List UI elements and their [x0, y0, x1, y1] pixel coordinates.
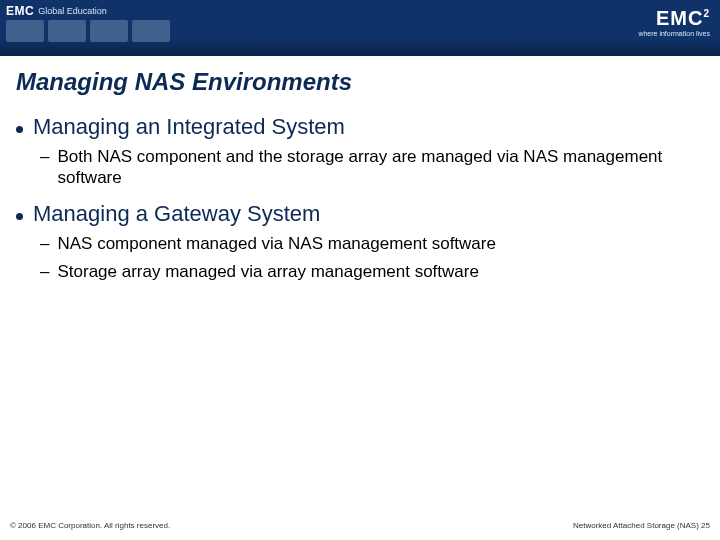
- map-fragment: [48, 20, 86, 42]
- copyright-text: © 2006 EMC Corporation. All rights reser…: [10, 521, 170, 530]
- emc-logo-exponent: 2: [703, 8, 710, 19]
- page-label: Networked Attached Storage (NAS): [573, 521, 699, 530]
- slide-content: Managing an Integrated System – Both NAS…: [0, 102, 720, 521]
- bullet-text: Managing an Integrated System: [33, 114, 345, 140]
- slide: EMC Global Education EMC2 where informat…: [0, 0, 720, 540]
- footer: © 2006 EMC Corporation. All rights reser…: [0, 521, 720, 540]
- header-right: EMC2 where information lives: [638, 0, 720, 37]
- slide-title: Managing NAS Environments: [0, 56, 720, 102]
- bullet-level1: Managing a Gateway System: [16, 201, 704, 227]
- map-fragment: [6, 20, 44, 42]
- page-number: 25: [701, 521, 710, 530]
- bullet-text: Managing a Gateway System: [33, 201, 320, 227]
- global-ed-branding: EMC Global Education: [6, 4, 170, 18]
- bullet-dot-icon: [16, 213, 23, 220]
- subbullet-text: Both NAS component and the storage array…: [57, 146, 704, 189]
- tagline: where information lives: [638, 30, 710, 37]
- world-map-decoration: [6, 20, 170, 42]
- global-education-label: Global Education: [38, 6, 107, 16]
- emc-logo-text: EMC: [656, 7, 703, 29]
- bullet-level2: – NAS component managed via NAS manageme…: [16, 233, 704, 255]
- subbullet-text: Storage array managed via array manageme…: [57, 261, 478, 282]
- bullet-level2: – Storage array managed via array manage…: [16, 261, 704, 283]
- header-left: EMC Global Education: [0, 0, 170, 42]
- map-fragment: [90, 20, 128, 42]
- dash-icon: –: [40, 146, 49, 168]
- emc-logo-small: EMC: [6, 4, 34, 18]
- bullet-dot-icon: [16, 126, 23, 133]
- emc-logo-icon: EMC2: [656, 8, 710, 28]
- bullet-level2: – Both NAS component and the storage arr…: [16, 146, 704, 189]
- bullet-level1: Managing an Integrated System: [16, 114, 704, 140]
- header-band: EMC Global Education EMC2 where informat…: [0, 0, 720, 56]
- dash-icon: –: [40, 261, 49, 283]
- subbullet-text: NAS component managed via NAS management…: [57, 233, 495, 254]
- page-indicator: Networked Attached Storage (NAS) 25: [573, 521, 710, 530]
- map-fragment: [132, 20, 170, 42]
- dash-icon: –: [40, 233, 49, 255]
